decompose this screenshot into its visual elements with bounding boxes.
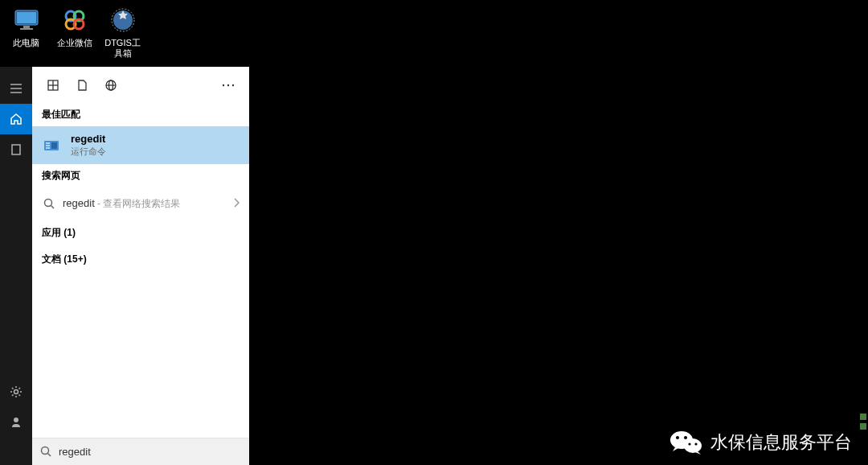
desktop-icons-area: 此电脑 企业微信 DTGIS工具箱 — [4, 4, 145, 59]
user-icon[interactable] — [0, 407, 32, 438]
desktop-icon-wecom[interactable]: 企业微信 — [52, 4, 96, 59]
apps-filter-icon[interactable] — [39, 71, 68, 100]
svg-point-32 — [676, 436, 679, 439]
search-input[interactable] — [59, 446, 241, 458]
web-search-header: 搜索网页 — [32, 164, 249, 187]
web-result-text: regedit - 查看网络搜索结果 — [63, 197, 233, 211]
svg-point-19 — [223, 84, 224, 85]
desktop-icon-dtgis[interactable]: DTGIS工具箱 — [100, 4, 145, 59]
search-left-rail — [0, 67, 32, 465]
svg-line-30 — [48, 454, 51, 457]
result-regedit[interactable]: regedit 运行命令 — [32, 126, 249, 164]
chevron-right-icon — [233, 197, 240, 210]
svg-rect-25 — [46, 147, 50, 149]
tray-indicator[interactable] — [860, 414, 866, 420]
settings-gear-icon[interactable] — [0, 377, 32, 407]
svg-point-11 — [14, 390, 18, 394]
svg-point-34 — [684, 438, 702, 453]
documents-filter-icon[interactable] — [68, 71, 96, 100]
search-icon — [42, 194, 56, 213]
home-icon[interactable] — [0, 104, 32, 134]
web-search-result[interactable]: regedit - 查看网络搜索结果 — [32, 187, 249, 220]
search-input-box[interactable] — [32, 438, 249, 465]
desktop-icon-label: 企业微信 — [57, 38, 92, 48]
wecom-icon — [59, 4, 91, 36]
svg-point-29 — [42, 447, 49, 455]
watermark-text: 水保信息服务平台 — [710, 430, 852, 455]
search-results-area: 最佳匹配 regedit 运行命令 搜索网页 — [32, 67, 249, 465]
system-tray — [858, 352, 868, 433]
svg-point-35 — [688, 442, 690, 445]
svg-rect-10 — [12, 145, 20, 154]
result-subtitle: 运行命令 — [71, 146, 240, 158]
svg-point-12 — [14, 418, 18, 422]
svg-rect-3 — [20, 28, 33, 30]
wechat-icon — [669, 428, 704, 457]
apps-category[interactable]: 应用 (1) — [32, 220, 249, 246]
documents-category[interactable]: 文档 (15+) — [32, 246, 249, 273]
search-icon — [40, 446, 52, 458]
search-filter-bar — [32, 67, 249, 103]
svg-rect-1 — [17, 12, 36, 23]
start-search-panel: 最佳匹配 regedit 运行命令 搜索网页 — [0, 67, 249, 465]
watermark: 水保信息服务平台 — [669, 428, 852, 457]
hamburger-menu-icon[interactable] — [0, 73, 32, 104]
svg-point-21 — [232, 84, 234, 85]
regedit-icon — [42, 136, 61, 155]
svg-point-27 — [44, 199, 51, 206]
desktop: 此电脑 企业微信 DTGIS工具箱 — [0, 0, 868, 465]
tray-indicator[interactable] — [860, 423, 866, 430]
desktop-icon-label: DTGIS工具箱 — [100, 38, 145, 59]
svg-point-33 — [684, 436, 687, 439]
web-filter-icon[interactable] — [96, 71, 125, 100]
desktop-icon-this-pc[interactable]: 此电脑 — [4, 4, 48, 59]
svg-rect-26 — [51, 142, 57, 149]
gear-globe-icon — [107, 4, 139, 36]
svg-rect-2 — [23, 26, 30, 28]
svg-point-20 — [227, 84, 229, 85]
more-options-icon[interactable] — [214, 71, 243, 100]
svg-line-28 — [51, 205, 54, 208]
svg-point-36 — [694, 442, 697, 445]
result-title: regedit — [71, 133, 240, 145]
best-match-header: 最佳匹配 — [32, 103, 249, 126]
monitor-icon — [10, 4, 43, 36]
document-icon[interactable] — [0, 134, 32, 165]
svg-rect-24 — [46, 145, 50, 146]
desktop-icon-label: 此电脑 — [13, 38, 39, 48]
svg-rect-23 — [46, 142, 50, 144]
